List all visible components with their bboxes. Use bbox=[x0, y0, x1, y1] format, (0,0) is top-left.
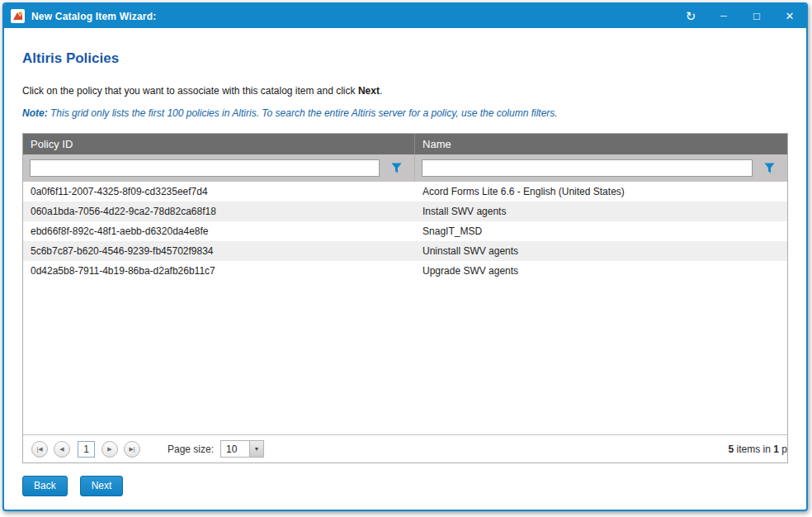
column-header-policy-id[interactable]: Policy ID bbox=[23, 134, 415, 154]
page-title: Altiris Policies bbox=[22, 50, 788, 67]
name-filter-input[interactable] bbox=[422, 159, 753, 177]
grid-empty-area bbox=[23, 281, 787, 434]
next-button[interactable]: Next bbox=[80, 476, 124, 496]
close-icon[interactable]: ✕ bbox=[783, 11, 796, 21]
page-size-label: Page size: bbox=[168, 443, 214, 455]
instruction-text: Click on the policy that you want to ass… bbox=[22, 85, 788, 97]
last-page-button[interactable]: ▶| bbox=[124, 441, 140, 458]
footer-buttons: Back Next bbox=[4, 463, 806, 496]
table-row[interactable]: 0d42a5b8-7911-4b19-86ba-d2afb26b11c7 Upg… bbox=[23, 261, 787, 281]
back-button[interactable]: Back bbox=[22, 476, 68, 496]
table-row[interactable]: 060a1bda-7056-4d22-9ca2-78d82ca68f18 Ins… bbox=[23, 202, 787, 221]
policy-id-filter-input[interactable] bbox=[30, 159, 380, 177]
window-title: New Catalog Item Wizard: bbox=[31, 11, 156, 22]
name-filter-funnel-icon[interactable] bbox=[758, 159, 781, 178]
page-suffix: p bbox=[781, 443, 787, 455]
policy-id-filter-funnel-icon[interactable] bbox=[385, 159, 408, 178]
name-filter-cell bbox=[415, 159, 787, 178]
content-area: Altiris Policies Click on the policy tha… bbox=[4, 50, 806, 463]
note-body: This grid only lists the first 100 polic… bbox=[48, 107, 558, 119]
policy-id-cell: 0a0f6f11-2007-4325-8f09-cd3235eef7d4 bbox=[23, 186, 415, 197]
table-row[interactable]: ebd66f8f-892c-48f1-aebb-d6320da4e8fe Sna… bbox=[23, 221, 787, 241]
grid-pager: |◀ ◀ 1 ▶ ▶| Page size: 10 ▼ 5 items in 1… bbox=[23, 434, 787, 462]
instruction-suffix: . bbox=[380, 85, 382, 97]
page-count: 1 bbox=[773, 443, 779, 455]
instruction-prefix: Click on the policy that you want to ass… bbox=[22, 85, 358, 97]
policy-id-cell: ebd66f8f-892c-48f1-aebb-d6320da4e8fe bbox=[23, 225, 415, 237]
previous-page-button[interactable]: ◀ bbox=[54, 441, 70, 458]
policy-id-cell: 0d42a5b8-7911-4b19-86ba-d2afb26b11c7 bbox=[23, 265, 415, 277]
column-header-name[interactable]: Name bbox=[415, 134, 787, 154]
items-text: items in bbox=[737, 443, 771, 455]
grid-header: Policy ID Name bbox=[23, 134, 787, 154]
table-row[interactable]: 0a0f6f11-2007-4325-8f09-cd3235eef7d4 Aco… bbox=[23, 182, 787, 202]
page-size-dropdown-icon[interactable]: ▼ bbox=[250, 440, 264, 458]
policy-id-filter-cell bbox=[23, 154, 415, 182]
instruction-bold: Next bbox=[358, 85, 380, 97]
note-label: Note: bbox=[22, 107, 48, 119]
maximize-icon[interactable]: □ bbox=[750, 11, 763, 21]
items-summary: 5 items in 1 p bbox=[729, 443, 787, 455]
refresh-icon[interactable]: ↻ bbox=[684, 10, 697, 22]
policy-name-cell: SnagIT_MSD bbox=[415, 225, 787, 237]
items-count: 5 bbox=[729, 443, 734, 455]
policy-id-cell: 060a1bda-7056-4d22-9ca2-78d82ca68f18 bbox=[23, 206, 415, 217]
policy-name-cell: Install SWV agents bbox=[415, 206, 787, 217]
wizard-window: New Catalog Item Wizard: ↻ ─ □ ✕ Altiris… bbox=[2, 2, 808, 511]
policies-grid: Policy ID Name 0a0f6f11-20 bbox=[22, 133, 788, 463]
current-page-indicator[interactable]: 1 bbox=[78, 441, 95, 458]
policy-name-cell: Upgrade SWV agents bbox=[415, 265, 787, 277]
page-size-value[interactable]: 10 bbox=[220, 440, 250, 458]
first-page-button[interactable]: |◀ bbox=[31, 441, 48, 458]
note-text: Note: This grid only lists the first 100… bbox=[22, 107, 788, 119]
grid-filter-row bbox=[23, 154, 787, 182]
policy-name-cell: Acord Forms Lite 6.6 - English (United S… bbox=[415, 186, 787, 197]
policy-id-cell: 5c6b7c87-b620-4546-9239-fb45702f9834 bbox=[23, 245, 415, 257]
title-bar: New Catalog Item Wizard: ↻ ─ □ ✕ bbox=[4, 4, 806, 28]
app-icon bbox=[11, 9, 25, 23]
minimize-icon[interactable]: ─ bbox=[717, 12, 730, 21]
next-page-button[interactable]: ▶ bbox=[102, 441, 118, 458]
table-row[interactable]: 5c6b7c87-b620-4546-9239-fb45702f9834 Uni… bbox=[23, 241, 787, 261]
policy-name-cell: Uninstall SWV agents bbox=[415, 245, 787, 257]
titlebar-controls: ↻ ─ □ ✕ bbox=[684, 10, 796, 22]
